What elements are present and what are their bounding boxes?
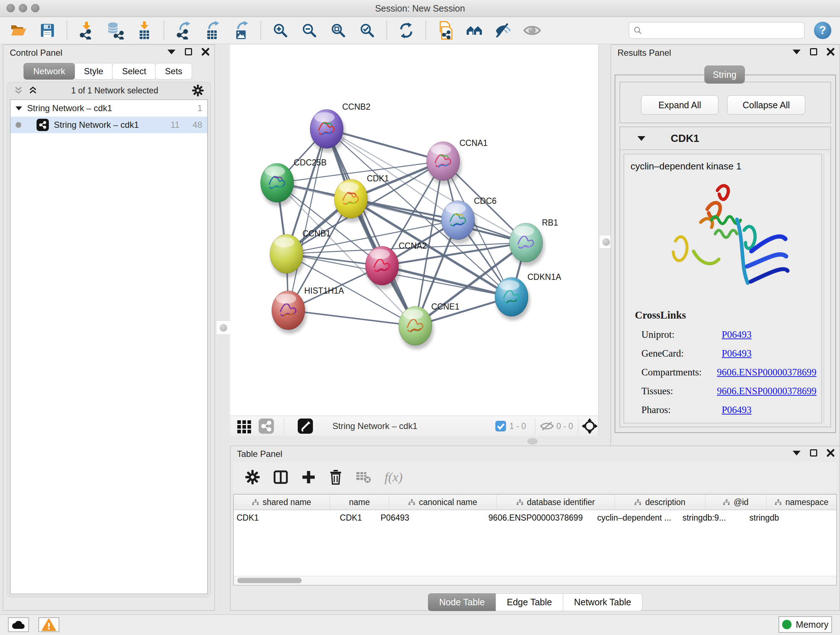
expand-all-chevron-icon[interactable]	[28, 86, 38, 95]
table-row[interactable]: CDK1CDK1P064939606.ENSP00000378699cyclin…	[234, 510, 836, 525]
network-node[interactable]	[426, 141, 462, 185]
export-image-icon[interactable]	[232, 21, 251, 40]
collapse-all-chevron-icon[interactable]	[14, 86, 23, 95]
tab-network[interactable]: Network	[24, 63, 75, 80]
column-header[interactable]: canonical name	[389, 494, 497, 510]
expander-icon[interactable]	[16, 106, 22, 111]
gear-icon[interactable]	[192, 84, 204, 97]
horizontal-scrollbar[interactable]	[234, 576, 836, 585]
network-edge[interactable]	[327, 129, 415, 326]
open-file-network-icon[interactable]	[436, 21, 455, 40]
network-node[interactable]	[365, 246, 401, 289]
import-database-icon[interactable]	[106, 21, 125, 40]
crosslink-link[interactable]: P06493	[722, 404, 752, 416]
float-panel-icon[interactable]	[810, 48, 817, 55]
tab-node-table[interactable]: Node Table	[428, 593, 496, 611]
zoom-selected-icon[interactable]	[357, 21, 377, 40]
zoom-fit-icon[interactable]	[328, 21, 348, 40]
toolbar-search[interactable]	[629, 22, 805, 39]
expander-icon[interactable]	[638, 136, 645, 141]
add-icon[interactable]	[302, 470, 316, 485]
move-crosshair-icon[interactable]	[582, 416, 598, 436]
open-folder-icon[interactable]	[9, 21, 28, 40]
column-header[interactable]: shared name	[234, 494, 330, 510]
table-cell[interactable]: P06493	[378, 513, 479, 523]
columns-icon[interactable]	[273, 470, 288, 485]
zoom-out-icon[interactable]	[300, 21, 319, 40]
network-node[interactable]	[495, 277, 530, 320]
float-panel-icon[interactable]	[810, 449, 817, 456]
network-row[interactable]: String Network – cdk1 11 48	[11, 117, 207, 133]
tab-edge-table[interactable]: Edge Table	[496, 593, 563, 611]
table-cell[interactable]: cyclin–dependent ...	[592, 513, 676, 523]
network-node[interactable]	[441, 201, 477, 244]
network-node[interactable]	[509, 223, 545, 266]
table-cell[interactable]: stringdb:9...	[676, 513, 732, 523]
external-link-icon[interactable]	[297, 416, 313, 436]
memory-button[interactable]: Memory	[778, 616, 832, 633]
warning-icon[interactable]	[38, 617, 59, 632]
column-header[interactable]: name	[330, 494, 389, 510]
save-icon[interactable]	[38, 21, 57, 40]
network-node[interactable]	[272, 291, 307, 334]
table-cell[interactable]: stringdb	[732, 513, 797, 523]
column-header[interactable]: description	[615, 494, 706, 510]
panel-menu-icon[interactable]	[793, 50, 801, 54]
help-icon[interactable]: ?	[814, 22, 831, 39]
network-edge[interactable]	[382, 266, 512, 297]
table-cell[interactable]: 9606.ENSP00000378699	[479, 513, 592, 523]
network-node[interactable]	[310, 109, 345, 152]
network-node[interactable]	[334, 179, 369, 222]
collapse-all-button[interactable]: Collapse All	[727, 95, 805, 115]
close-panel-icon[interactable]	[827, 449, 835, 457]
gear-icon[interactable]	[245, 470, 260, 485]
network-edge[interactable]	[288, 129, 327, 310]
column-header[interactable]: namespace	[767, 494, 837, 510]
close-panel-icon[interactable]	[202, 48, 210, 56]
tab-style[interactable]: Style	[74, 63, 113, 80]
crosslink-link[interactable]: P06493	[722, 348, 752, 359]
network-edge[interactable]	[288, 310, 415, 326]
scrollbar-thumb[interactable]	[237, 578, 302, 583]
crosslink-link[interactable]: P06493	[722, 329, 752, 340]
left-splitter-handle[interactable]	[216, 320, 231, 335]
network-graph[interactable]: CCNB2CCNA1CDC25BCDK1CDC6RB1CCNB1CCNA2CDK…	[230, 44, 599, 416]
tab-select[interactable]: Select	[112, 63, 156, 80]
refresh-icon[interactable]	[396, 21, 416, 40]
selected-checkbox[interactable]	[495, 416, 506, 436]
import-table-icon[interactable]	[134, 21, 154, 40]
zoom-in-icon[interactable]	[271, 21, 290, 40]
close-panel-icon[interactable]	[827, 48, 835, 56]
crosslink-row: Uniprot:P06493	[641, 325, 816, 344]
hide-graphics-details-icon[interactable]	[493, 21, 513, 40]
tab-string[interactable]: String	[704, 65, 745, 84]
tab-sets[interactable]: Sets	[155, 63, 192, 80]
panel-menu-icon[interactable]	[793, 451, 801, 455]
node-result-header[interactable]: CDK1	[620, 127, 831, 150]
horizontal-splitter-handle[interactable]	[527, 438, 538, 445]
crosslink-link[interactable]: 9606.ENSP00000378699	[717, 386, 816, 397]
results-scrollbar[interactable]	[824, 154, 829, 423]
float-panel-icon[interactable]	[185, 48, 192, 55]
cloud-icon[interactable]	[8, 617, 29, 632]
birdseye-view-icon[interactable]	[236, 416, 253, 436]
trash-icon[interactable]	[329, 469, 343, 485]
network-node[interactable]	[399, 306, 434, 349]
table-cell[interactable]: CDK1	[324, 513, 378, 523]
network-view-panel: CCNB2CCNA1CDC25BCDK1CDC6RB1CCNB1CCNA2CDK…	[230, 44, 599, 436]
network-canvas[interactable]: CCNB2CCNA1CDC25BCDK1CDC6RB1CCNB1CCNA2CDK…	[230, 44, 599, 416]
expand-all-button[interactable]: Expand All	[641, 95, 718, 115]
home-icon[interactable]	[464, 21, 484, 40]
tab-network-table[interactable]: Network Table	[563, 593, 643, 611]
export-table-icon[interactable]	[202, 21, 222, 40]
import-network-icon[interactable]	[77, 21, 96, 40]
crosslink-link[interactable]: 9606.ENSP00000378699	[717, 367, 816, 378]
column-header[interactable]: @id	[706, 494, 767, 510]
search-input[interactable]	[645, 25, 800, 35]
network-node[interactable]	[261, 163, 295, 206]
export-network-icon[interactable]	[174, 21, 193, 40]
panel-menu-icon[interactable]	[167, 50, 175, 54]
network-collection-row[interactable]: String Network – cdk1 1	[11, 100, 207, 117]
table-cell[interactable]: CDK1	[234, 513, 324, 523]
column-header[interactable]: database identifier	[497, 494, 615, 510]
